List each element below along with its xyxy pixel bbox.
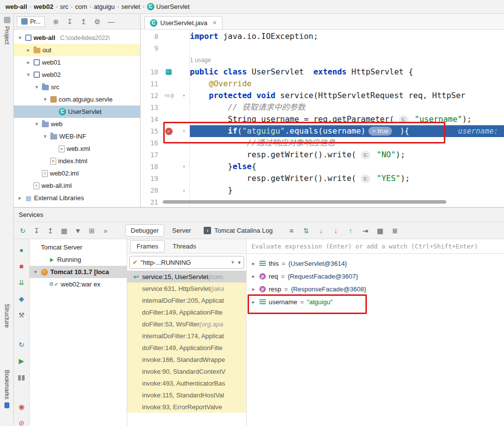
debugger-tab-threads[interactable]: Threads [167,241,202,252]
project-tree-item-external-libraries[interactable]: ▸▤External Libraries [14,192,140,204]
fold-collapse-icon[interactable]: ▾ [182,161,185,173]
chevron-down-icon[interactable]: ▾ [34,84,40,90]
services-tree-item-running[interactable]: ▶Running [30,253,127,266]
line-number[interactable]: 9 [141,42,158,54]
services-tree-item-tomcat-server[interactable]: Tomcat Server [30,241,127,253]
soft-wrap-icon[interactable]: ≣ [390,226,400,236]
view-breakpoints-icon[interactable]: ◉ [17,402,27,412]
project-tree-item-web-all-iml[interactable]: iweb-all.iml [14,179,140,192]
line-number[interactable]: 19 [141,173,158,184]
fold-collapse-icon[interactable]: ▾ [182,125,185,137]
frame-row-invoke-493-authenticatorbas[interactable]: invoke:493, AuthenticatorBas [127,377,246,389]
project-tree-item-web-xml[interactable]: xweb.xml [14,142,140,155]
upload-icon[interactable]: ↑ [346,226,356,236]
gutter-class-icon[interactable] [166,69,172,75]
down-red-icon[interactable]: ↓ [331,226,341,236]
variable-row-resp[interactable]: ▸presp = {ResponseFacade@3608} [247,283,504,295]
frame-row-dofilter-149-applicationfilte[interactable]: doFilter:149, ApplicationFilte [127,306,246,318]
frame-row-invoke-90-standardcontextv[interactable]: invoke:90, StandardContextV [127,365,246,377]
hamburger-icon[interactable]: ≡ [287,226,296,236]
navigate-icon[interactable]: ⇅ [301,226,311,236]
tool-window-button-structure[interactable]: Structure [0,304,14,328]
chevron-right-icon[interactable]: ▸ [25,59,32,66]
tool-window-button-project[interactable]: Project [0,17,14,44]
chevron-right-icon[interactable]: ▸ [251,260,256,267]
overriding-method-icon[interactable]: ↑o [164,90,170,102]
project-tree-item-out[interactable]: ▸out [14,44,140,56]
project-tree-item-userservlet[interactable]: CUserServlet [14,106,140,118]
chevron-right-icon[interactable]: ▸ [251,273,256,280]
collapse-all-icon[interactable]: ↧ [65,17,74,27]
wrench-icon[interactable]: ⚒ [17,310,27,320]
thread-selector[interactable]: ✔ "http-...RUNNING ▼ ▾ [129,256,244,269]
stop-icon[interactable]: ■ [17,261,27,271]
jump-to-end-icon[interactable]: ⇥ [360,226,370,236]
chevron-down-icon[interactable]: ▾ [34,121,40,127]
breadcrumb-item-src[interactable]: src [59,3,70,10]
tool-window-button-bookmarks[interactable]: Bookmarks [0,370,14,408]
line-number[interactable]: 17 [141,149,158,161]
editor-horizontal-scrollbar[interactable] [163,200,446,204]
download-icon[interactable]: ↓ [316,226,326,236]
filter-icon[interactable]: ▼ [73,226,83,236]
variable-row-this[interactable]: ▸this = {UserServlet@3614} [247,257,504,270]
project-tree-item-com-atguigu-servle[interactable]: ▾com.atguigu.servle [14,93,140,106]
dropdown-arrow-icon[interactable]: ▾ [238,259,241,266]
editor[interactable]: C UserServlet.java ✕ 8import java.io.IOE… [141,14,504,207]
hide-icon[interactable]: — [106,17,116,27]
frame-row-internaldofilter-205-applicat[interactable]: internalDoFilter:205, Applicat [127,294,246,306]
collapse-all-icon[interactable]: ↧ [32,226,41,236]
update-application-icon[interactable]: ⇊ [17,278,27,287]
services-tab-tomcat-catalina-log[interactable]: ›Tomcat Catalina Log [199,225,278,236]
chevron-down-icon[interactable]: ▾ [33,269,38,275]
frame-row-invoke-115-standardhostval[interactable]: invoke:115, StandardHostVal [127,389,246,401]
code-area[interactable]: 8import java.io.IOException;91 usage10pu… [141,31,504,207]
more-icon[interactable]: » [101,226,110,236]
project-tree-item-index-html[interactable]: hindex.html [14,155,140,167]
usage-hint[interactable]: 1 usage [190,54,211,66]
frame-row-service-631-httpservlet[interactable]: service:631, HttpServlet (jaka [127,283,246,294]
evaluate-expression-input[interactable]: Evaluate expression (Enter) or add a wat… [247,239,504,254]
project-tab[interactable]: Pr... [17,16,45,27]
debug-icon[interactable]: ● [17,245,27,255]
project-tree-item-web02[interactable]: ▾web02 [14,69,140,81]
breadcrumb-item-com[interactable]: com [73,3,89,10]
line-number[interactable]: 11 [141,78,158,90]
expand-all-icon[interactable]: ↥ [78,17,88,27]
project-tree-item-web01[interactable]: ▸web01 [14,56,140,69]
table-icon[interactable]: ▦ [375,226,385,236]
project-tree-item-web[interactable]: ▾web [14,118,140,130]
refresh-icon[interactable]: ↻ [17,340,27,350]
locate-icon[interactable]: ⊕ [51,17,61,27]
line-number[interactable]: 10 [141,66,158,78]
fold-expand-icon[interactable]: ▴ [182,184,185,196]
group-by-icon[interactable]: ▦ [59,226,69,236]
line-number[interactable]: 8 [141,31,158,42]
expand-all-icon[interactable]: ↥ [45,226,55,236]
resume-icon[interactable]: ▶ [17,356,27,366]
variable-row-req[interactable]: ▸preq = {RequestFacade@3607} [247,270,504,283]
line-number[interactable]: 12 [141,90,158,102]
line-number[interactable]: 21 [141,196,158,207]
line-number[interactable]: 18 [141,161,158,173]
services-tree-item-web02-war-ex[interactable]: ⚙✔web02:war ex [30,278,127,290]
breadcrumb-item-userservlet[interactable]: CUserServlet [145,3,191,10]
chevron-down-icon[interactable]: ▾ [25,71,32,78]
services-tree-item-tomcat-10-1-7-loca[interactable]: ▾Tomcat 10.1.7 [loca [30,266,127,278]
chevron-right-icon[interactable]: ▸ [251,286,256,292]
line-number[interactable]: 16 [141,137,158,149]
breadcrumb-item-web02[interactable]: web02 [32,3,55,10]
frame-row-internaldofilter-174-applicat[interactable]: internalDoFilter:174, Applicat [127,330,246,342]
project-tree-item-web02-iml[interactable]: iweb02.iml [14,167,140,179]
project-tree-item-web-inf[interactable]: ▾WEB-INF [14,130,140,142]
chevron-right-icon[interactable]: ▸ [17,195,23,201]
breakpoint-icon[interactable]: ✓ [165,128,173,135]
close-tab-icon[interactable]: ✕ [212,20,216,26]
add-service-icon[interactable]: ⊞ [87,226,97,236]
project-tree-item-src[interactable]: ▾src [14,81,140,93]
breadcrumb-item-atguigu[interactable]: atguigu [92,3,116,10]
chevron-right-icon[interactable]: ▸ [25,47,32,53]
line-number[interactable]: 14 [141,113,158,125]
breadcrumb-item-servlet[interactable]: servlet [120,3,142,10]
debugger-tab-frames[interactable]: Frames [130,240,165,252]
